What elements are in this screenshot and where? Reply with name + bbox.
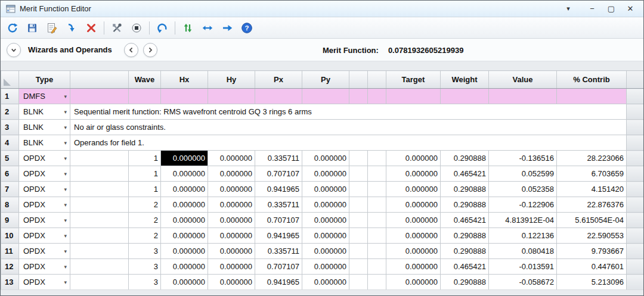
- cell-px[interactable]: 0.707107: [255, 166, 302, 182]
- row-number[interactable]: 2: [1, 104, 19, 120]
- cell-b1[interactable]: [349, 275, 368, 290]
- cell-hy[interactable]: 0.000000: [208, 197, 255, 213]
- operand-type-dropdown[interactable]: BLNK▾: [19, 104, 70, 120]
- cell-comment[interactable]: [70, 213, 129, 228]
- cell-px[interactable]: 0.335711: [255, 197, 302, 213]
- dropdown-caret-icon[interactable]: ▾: [64, 94, 67, 99]
- cell-px[interactable]: 0.335711: [255, 244, 302, 259]
- cell-contrib[interactable]: 22.590553: [557, 228, 627, 244]
- cell-contrib[interactable]: 4.151420: [557, 182, 627, 197]
- next-button[interactable]: [143, 43, 157, 57]
- cell-value[interactable]: -0.122906: [489, 197, 557, 213]
- close-button[interactable]: ✕: [622, 2, 639, 15]
- dropdown-caret-icon[interactable]: ▾: [64, 109, 67, 115]
- cell-target[interactable]: 0.000000: [386, 275, 441, 290]
- cell-weight[interactable]: 0.465421: [441, 166, 489, 182]
- cell-contrib[interactable]: 28.223066: [557, 151, 627, 166]
- cell-weight[interactable]: 0.290888: [441, 151, 489, 166]
- cell-value[interactable]: 0.122136: [489, 228, 557, 244]
- cell-contrib[interactable]: 0.447601: [557, 259, 627, 275]
- cell-b2[interactable]: [368, 275, 386, 290]
- maximize-button[interactable]: ▢: [603, 2, 620, 15]
- cell-hy[interactable]: 0.000000: [208, 151, 255, 166]
- col-header-hy[interactable]: Hy: [208, 71, 255, 89]
- cell-px[interactable]: 0.941965: [255, 228, 302, 244]
- cell-py[interactable]: [302, 89, 349, 104]
- row-number[interactable]: 11: [1, 244, 19, 259]
- row-number[interactable]: 3: [1, 120, 19, 135]
- cell-hy[interactable]: 0.000000: [208, 259, 255, 275]
- col-header-weight[interactable]: Weight: [441, 71, 489, 89]
- row-number[interactable]: 4: [1, 135, 19, 151]
- cell-contrib[interactable]: 6.703659: [557, 166, 627, 182]
- cell-hx[interactable]: 0.000000: [161, 259, 208, 275]
- row-number[interactable]: 12: [1, 259, 19, 275]
- cell-px[interactable]: 0.335711: [255, 151, 302, 166]
- cell-px[interactable]: 0.941965: [255, 275, 302, 290]
- row-number[interactable]: 13: [1, 275, 19, 290]
- dropdown-caret-icon[interactable]: ▾: [64, 155, 67, 161]
- help-icon[interactable]: ?: [240, 21, 254, 35]
- operand-type-dropdown[interactable]: OPDX▾: [19, 275, 70, 290]
- col-header-value[interactable]: Value: [489, 71, 557, 89]
- cell-contrib[interactable]: 9.793667: [557, 244, 627, 259]
- swap-arrows-icon[interactable]: [181, 21, 195, 35]
- cell-px[interactable]: [255, 89, 302, 104]
- cell-b2[interactable]: [368, 166, 386, 182]
- record-icon[interactable]: [129, 21, 144, 35]
- select-all-corner-icon[interactable]: [4, 79, 11, 86]
- cell-wave[interactable]: 1: [129, 182, 161, 197]
- operand-type-dropdown[interactable]: OPDX▾: [19, 166, 70, 182]
- cell-py[interactable]: 0.000000: [302, 197, 349, 213]
- insert-row-icon[interactable]: [64, 21, 79, 35]
- cell-comment[interactable]: Operands for field 1.: [70, 135, 627, 151]
- cell-hy[interactable]: 0.000000: [208, 275, 255, 290]
- row-number[interactable]: 5: [1, 151, 19, 166]
- cell-wave[interactable]: 1: [129, 166, 161, 182]
- row-number[interactable]: 7: [1, 182, 19, 197]
- cell-b1[interactable]: [349, 89, 368, 104]
- cell-b1[interactable]: [349, 151, 368, 166]
- cell-comment[interactable]: [70, 244, 129, 259]
- window-menu-caret-icon[interactable]: ▾: [560, 2, 577, 15]
- cell-comment[interactable]: No air or glass constraints.: [70, 120, 627, 135]
- cell-py[interactable]: 0.000000: [302, 244, 349, 259]
- operand-type-dropdown[interactable]: OPDX▾: [19, 259, 70, 275]
- dropdown-caret-icon[interactable]: ▾: [64, 140, 67, 146]
- cell-b1[interactable]: [349, 259, 368, 275]
- cell-b2[interactable]: [368, 244, 386, 259]
- cell-hy[interactable]: 0.000000: [208, 228, 255, 244]
- cell-value[interactable]: -0.058672: [489, 275, 557, 290]
- cell-py[interactable]: 0.000000: [302, 166, 349, 182]
- cell-b1[interactable]: [349, 213, 368, 228]
- col-header-px[interactable]: Px: [255, 71, 302, 89]
- cell-b2[interactable]: [368, 197, 386, 213]
- cell-target[interactable]: 0.000000: [386, 259, 441, 275]
- cell-hx[interactable]: 0.000000: [161, 182, 208, 197]
- cell-wave[interactable]: 1: [129, 151, 161, 166]
- cell-target[interactable]: 0.000000: [386, 197, 441, 213]
- cell-hx[interactable]: 0.000000: [161, 275, 208, 290]
- cell-target[interactable]: 0.000000: [386, 166, 441, 182]
- row-number[interactable]: 8: [1, 197, 19, 213]
- cell-py[interactable]: 0.000000: [302, 228, 349, 244]
- cell-hx[interactable]: 0.000000: [161, 166, 208, 182]
- cell-b1[interactable]: [349, 197, 368, 213]
- col-header-target[interactable]: Target: [386, 71, 441, 89]
- cell-hx[interactable]: 0.000000: [161, 151, 208, 166]
- col-header-wave[interactable]: Wave: [129, 71, 161, 89]
- cell-comment[interactable]: [70, 89, 129, 104]
- cell-wave[interactable]: 2: [129, 213, 161, 228]
- cell-target[interactable]: 0.000000: [386, 182, 441, 197]
- cell-comment[interactable]: [70, 197, 129, 213]
- row-number[interactable]: 6: [1, 166, 19, 182]
- cell-contrib[interactable]: [557, 89, 627, 104]
- col-header-contrib[interactable]: % Contrib: [557, 71, 627, 89]
- operand-type-dropdown[interactable]: OPDX▾: [19, 213, 70, 228]
- cell-comment[interactable]: [70, 166, 129, 182]
- operand-type-dropdown[interactable]: DMFS▾: [19, 89, 70, 104]
- cell-target[interactable]: [386, 89, 441, 104]
- dropdown-caret-icon[interactable]: ▾: [64, 186, 67, 192]
- dropdown-caret-icon[interactable]: ▾: [64, 202, 67, 208]
- cell-value[interactable]: [489, 89, 557, 104]
